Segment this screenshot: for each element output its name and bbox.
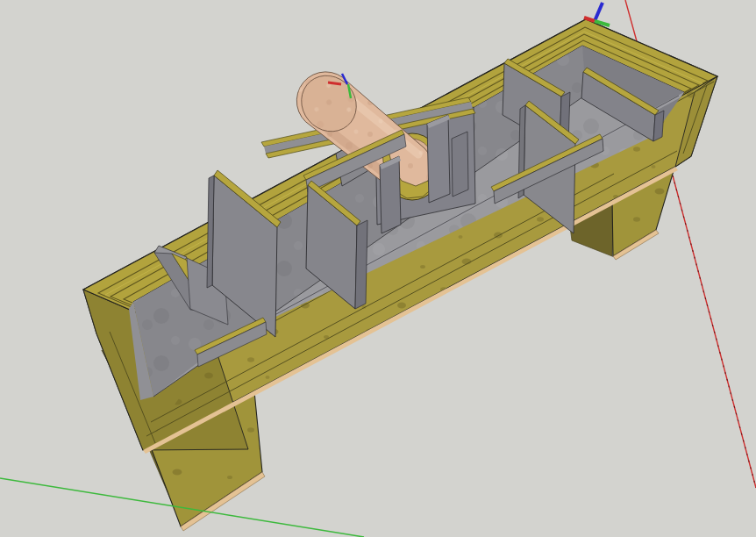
port-post-right — [427, 115, 450, 203]
scene-canvas[interactable] — [0, 0, 756, 537]
baffle-end-face — [653, 111, 664, 141]
model-viewport[interactable] — [0, 0, 756, 537]
port-post-small — [452, 132, 468, 197]
baffle-end-face — [355, 220, 367, 309]
red-axis-stub-icon — [328, 82, 341, 84]
